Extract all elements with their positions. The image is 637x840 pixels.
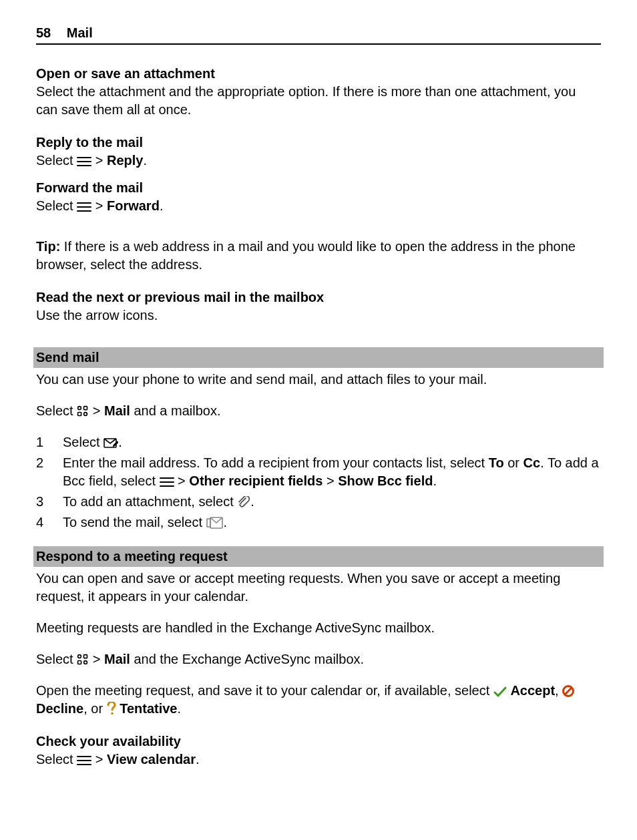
section-bar-send-mail: Send mail bbox=[33, 347, 604, 368]
section-reply: Reply to the mail Select > Reply. bbox=[36, 134, 601, 170]
svg-rect-17 bbox=[84, 655, 87, 658]
text: Select bbox=[36, 652, 77, 666]
text: . bbox=[178, 701, 182, 716]
tip-text: Tip: If there is a web address in a mail… bbox=[36, 238, 601, 274]
menu-item-mail: Mail bbox=[104, 403, 130, 418]
step-body: Enter the mail address. To add a recipie… bbox=[63, 454, 601, 490]
tip-label: Tip: bbox=[36, 239, 60, 254]
body-reply: Select > Reply. bbox=[36, 152, 601, 170]
apps-menu-icon bbox=[77, 405, 89, 417]
tip-block: Tip: If there is a web address in a mail… bbox=[36, 238, 601, 274]
step-body: To send the mail, select . bbox=[63, 513, 601, 532]
svg-point-22 bbox=[111, 712, 114, 715]
section-forward: Forward the mail Select > Forward. bbox=[36, 179, 601, 215]
section-read-next: Read the next or previous mail in the ma… bbox=[36, 288, 601, 325]
text: . bbox=[196, 752, 200, 767]
chapter-title: Mail bbox=[67, 25, 93, 40]
text: Select bbox=[63, 435, 103, 449]
svg-rect-7 bbox=[84, 407, 87, 410]
page-header: 58 Mail bbox=[36, 24, 601, 45]
text: Select bbox=[36, 752, 77, 767]
text: If there is a web address in a mail and … bbox=[36, 239, 576, 272]
step-1: 1 Select . bbox=[36, 433, 601, 451]
section-bar-meeting: Respond to a meeting request bbox=[33, 546, 604, 567]
text: Select bbox=[36, 198, 77, 213]
text: To add an attachment, select bbox=[63, 494, 237, 509]
text: > bbox=[95, 752, 107, 767]
svg-rect-8 bbox=[78, 413, 81, 416]
text: Select bbox=[36, 153, 77, 168]
body-check-availability: Select > View calendar. bbox=[36, 751, 601, 769]
text: . bbox=[224, 515, 228, 530]
step-number: 4 bbox=[36, 513, 63, 532]
svg-line-21 bbox=[565, 688, 572, 694]
text: Open the meeting request, and save it to… bbox=[36, 683, 493, 698]
text: Enter the mail address. To add a recipie… bbox=[63, 455, 489, 470]
menu-item-mail: Mail bbox=[104, 652, 130, 666]
action-accept: Accept bbox=[510, 683, 555, 698]
decline-prohibit-icon bbox=[562, 685, 574, 697]
text: . bbox=[250, 494, 254, 509]
menu-item-other-recipient-fields: Other recipient fields bbox=[189, 473, 323, 488]
meeting-actions: Open the meeting request, and save it to… bbox=[36, 682, 601, 718]
menu-item-show-bcc: Show Bcc field bbox=[338, 473, 433, 488]
tentative-question-icon bbox=[107, 702, 116, 715]
text: > bbox=[323, 473, 338, 488]
send-mail-select: Select > Mail and a mailbox. bbox=[36, 402, 601, 420]
step-2: 2 Enter the mail address. To add a recip… bbox=[36, 454, 601, 490]
apps-menu-icon bbox=[77, 654, 89, 666]
text: . bbox=[160, 198, 164, 213]
heading-check-availability: Check your availability bbox=[36, 732, 601, 751]
text: and a mailbox. bbox=[130, 403, 221, 418]
attachment-icon bbox=[237, 496, 250, 508]
svg-rect-18 bbox=[78, 661, 81, 664]
options-menu-icon bbox=[77, 156, 91, 167]
step-number: 1 bbox=[36, 433, 63, 451]
step-3: 3 To add an attachment, select . bbox=[36, 493, 601, 511]
step-number: 3 bbox=[36, 493, 63, 511]
text: and the Exchange ActiveSync mailbox. bbox=[130, 652, 364, 666]
text: or bbox=[504, 455, 523, 470]
menu-item-view-calendar: View calendar bbox=[107, 752, 196, 767]
menu-item-reply: Reply bbox=[107, 153, 143, 168]
svg-point-16 bbox=[78, 655, 81, 658]
text: . bbox=[143, 153, 147, 168]
svg-point-19 bbox=[84, 661, 87, 664]
text: . bbox=[118, 435, 122, 449]
section-open-attachment: Open or save an attachment Select the at… bbox=[36, 65, 601, 119]
text: Select bbox=[36, 403, 77, 418]
text: > bbox=[95, 153, 107, 168]
action-decline: Decline bbox=[36, 701, 83, 716]
compose-mail-icon bbox=[103, 438, 118, 449]
heading-read-next: Read the next or previous mail in the ma… bbox=[36, 288, 601, 306]
accept-check-icon bbox=[493, 686, 507, 697]
text: > bbox=[95, 198, 107, 213]
page-number: 58 bbox=[36, 25, 51, 40]
body-read-next: Use the arrow icons. bbox=[36, 306, 601, 325]
field-cc: Cc bbox=[523, 455, 541, 470]
meeting-p2: Meeting requests are handled in the Exch… bbox=[36, 619, 601, 637]
text: , bbox=[555, 683, 562, 698]
menu-item-forward: Forward bbox=[107, 198, 160, 213]
meeting-p1: You can open and save or accept meeting … bbox=[36, 570, 601, 606]
action-tentative: Tentative bbox=[120, 701, 177, 716]
step-body: Select . bbox=[63, 433, 601, 451]
text: To send the mail, select bbox=[63, 515, 206, 530]
text: , or bbox=[83, 701, 106, 716]
text: > bbox=[93, 403, 104, 418]
body-forward: Select > Forward. bbox=[36, 197, 601, 215]
text: > bbox=[93, 652, 104, 666]
text: . bbox=[433, 473, 437, 488]
heading-open-attachment: Open or save an attachment bbox=[36, 65, 601, 83]
options-menu-icon bbox=[77, 202, 91, 212]
options-menu-icon bbox=[160, 477, 174, 487]
send-mail-intro: You can use your phone to write and send… bbox=[36, 371, 601, 389]
step-4: 4 To send the mail, select . bbox=[36, 513, 601, 532]
text: > bbox=[178, 473, 189, 488]
heading-forward: Forward the mail bbox=[36, 179, 601, 197]
svg-point-9 bbox=[84, 413, 87, 416]
section-check-availability: Check your availability Select > View ca… bbox=[36, 732, 601, 769]
step-number: 2 bbox=[36, 454, 63, 490]
options-menu-icon bbox=[77, 755, 91, 766]
step-body: To add an attachment, select . bbox=[63, 493, 601, 511]
